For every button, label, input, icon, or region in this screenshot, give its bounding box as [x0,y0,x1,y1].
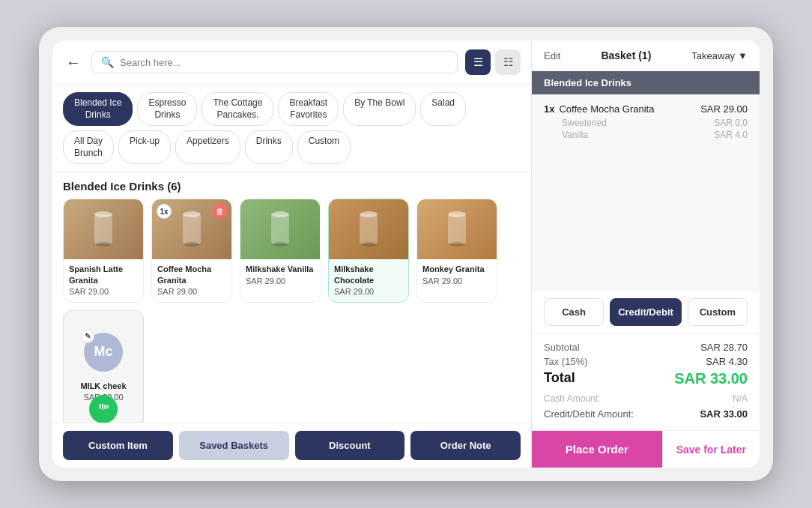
svg-rect-12 [448,214,466,244]
item-name-spanish-latte: Spanish Latte Granita [69,264,138,285]
svg-point-7 [271,211,289,217]
svg-point-13 [448,211,466,217]
svg-rect-0 [94,214,112,244]
save-later-button[interactable]: Save for Later [662,431,760,468]
item-spanish-latte[interactable]: Spanish Latte Granita SAR 29.00 [63,199,144,303]
right-panel: Edit Basket (1) Takeaway ▼ Blended Ice D… [532,40,760,468]
item-milk-cheek[interactable]: ✎ Mc MILK cheek SAR 30.00 [63,310,144,423]
svg-rect-17 [104,405,106,409]
device-frame: ← 🔍 ☰ ☷ Blended IceDrinks EspressoDrinks… [39,27,773,481]
category-appetizers[interactable]: Appetizers [175,130,240,164]
item-price-milkshake-vanilla: SAR 29.00 [246,276,315,285]
item-name-milkshake-vanilla: Milkshake Vanilla [246,264,315,274]
item-price-coffee-mocha: SAR 29.00 [157,287,226,296]
tax-value: SAR 4.30 [706,356,748,367]
category-breakfast[interactable]: BreakfastFavorites [278,92,339,126]
basket-item-qty-0: 1x [544,103,554,115]
search-icon: 🔍 [101,56,114,68]
category-by-the-bowl[interactable]: By The Bowl [343,92,416,126]
category-cottage-pancakes[interactable]: The CottagePancakes. [202,92,273,126]
basket-modifier-vanilla: Vanilla SAR 4.0 [544,130,748,140]
search-box: 🔍 [91,51,458,73]
order-note-button[interactable]: Order Note [410,431,521,460]
item-info-coffee-mocha: Coffee Mocha Granita SAR 29.00 [152,259,231,302]
item-price-monkey-granita: SAR 29.00 [422,276,491,285]
svg-rect-9 [360,214,378,244]
credit-label: Credit/Debit Amount: [544,408,634,420]
custom-avatar: ✎ Mc [84,333,123,372]
place-order-button[interactable]: Place Order [532,431,662,468]
subtotal-value: SAR 28.70 [700,342,748,353]
search-input[interactable] [120,57,448,68]
item-milkshake-vanilla[interactable]: Milkshake Vanilla SAR 29.00 [240,199,321,303]
grid-view-button[interactable]: ☷ [495,49,521,75]
cash-amount-label: Cash Amount: [544,393,600,404]
svg-point-1 [94,211,112,217]
bottom-actions: Custom Item Saved Baskets Discount Order… [52,423,531,468]
category-salad[interactable]: Salad [420,92,466,126]
item-milkshake-chocolate[interactable]: Milkshake Chocolate SAR 29.00 [328,199,409,303]
svg-rect-6 [271,214,289,244]
section-title: Blended Ice Drinks (6) [52,172,531,199]
total-row: Total SAR 33.00 [544,370,748,387]
custom-item-button[interactable]: Custom Item [63,431,173,460]
edit-link[interactable]: Edit [544,50,560,61]
item-info-spanish-latte: Spanish Latte Granita SAR 29.00 [64,259,143,302]
item-image-monkey-granita [417,199,497,259]
item-name-milk-cheek: MILK cheek [80,381,126,391]
subtotal-row: Subtotal SAR 28.70 [544,342,748,353]
credit-value: SAR 33.00 [700,408,748,420]
totals-section: Subtotal SAR 28.70 Tax (15%) SAR 4.30 To… [532,334,760,430]
voice-button[interactable] [89,395,118,423]
item-image-milkshake-vanilla [240,199,320,259]
item-image-milkshake-chocolate [329,199,408,259]
basket-title: Basket (1) [601,49,651,61]
view-buttons: ☰ ☷ [465,49,521,75]
right-header: Edit Basket (1) Takeaway ▼ [532,40,760,71]
svg-rect-18 [107,405,109,409]
modifier-name-vanilla: Vanilla [562,130,588,140]
modifier-name-sweetened: Sweetened [562,118,607,128]
item-image-spanish-latte [64,199,143,259]
list-view-button[interactable]: ☰ [465,49,491,75]
svg-point-14 [449,242,464,247]
svg-point-11 [361,242,376,247]
basket-item-row-0: 1x Coffee Mocha Granita SAR 29.00 [544,103,748,115]
categories-bar: Blended IceDrinks EspressoDrinks The Cot… [52,85,531,172]
category-custom[interactable]: Custom [297,130,351,164]
category-espresso[interactable]: EspressoDrinks [137,92,197,126]
category-drinks[interactable]: Drinks [245,130,293,164]
item-coffee-mocha[interactable]: 1x 🗑 Coffee Mocha Granita SAR 29.00 [151,199,232,303]
item-monkey-granita[interactable]: Monkey Granita SAR 29.00 [416,199,497,303]
svg-point-5 [184,242,199,247]
top-bar: ← 🔍 ☰ ☷ [52,40,531,85]
item-price-spanish-latte: SAR 29.00 [69,287,138,296]
svg-point-8 [273,242,288,247]
svg-rect-15 [100,404,101,409]
total-label: Total [544,370,575,387]
svg-point-2 [96,242,111,247]
order-buttons: Place Order Save for Later [532,430,760,468]
item-price-milkshake-chocolate: SAR 29.00 [334,287,403,296]
edit-icon: ✎ [81,330,94,343]
category-pickup[interactable]: Pick-up [118,130,171,164]
total-value: SAR 33.00 [674,370,748,387]
category-blended-ice[interactable]: Blended IceDrinks [63,92,133,126]
modifier-price-sweetened: SAR 0.0 [714,118,748,128]
payment-buttons: Cash Credit/Debit Custom [532,290,760,334]
tax-label: Tax (15%) [544,356,588,367]
discount-button[interactable]: Discount [295,431,405,460]
modifier-price-vanilla: SAR 4.0 [714,130,748,140]
cash-button[interactable]: Cash [544,298,604,326]
svg-rect-3 [183,214,201,244]
tax-row: Tax (15%) SAR 4.30 [544,356,748,367]
saved-baskets-button[interactable]: Saved Baskets [179,431,289,460]
item-name-monkey-granita: Monkey Granita [422,264,491,274]
takeaway-badge[interactable]: Takeaway ▼ [691,50,748,61]
back-button[interactable]: ← [63,51,84,74]
credit-debit-button[interactable]: Credit/Debit [610,298,682,326]
category-all-day-brunch[interactable]: All DayBrunch [63,130,114,164]
custom-pay-button[interactable]: Custom [688,298,748,326]
svg-point-4 [183,211,201,217]
item-name-coffee-mocha: Coffee Mocha Granita [157,264,226,285]
